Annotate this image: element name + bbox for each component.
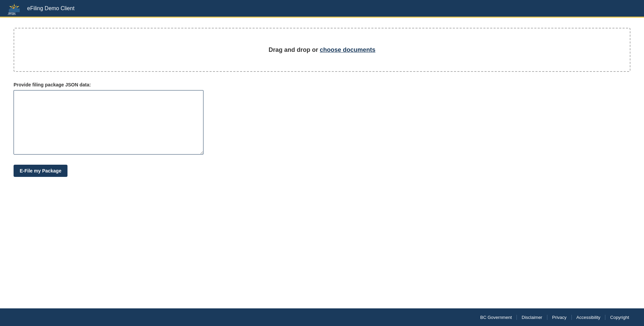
drop-zone-static-text: Drag and drop or [269,46,320,53]
footer-link-copyright[interactable]: Copyright [605,315,634,320]
app-title: eFiling Demo Client [27,5,75,12]
json-label: Provide filing package JSON data: [14,82,630,87]
footer-nav: BC Government Disclaimer Privacy Accessi… [475,315,634,320]
footer-link-accessibility[interactable]: Accessibility [572,315,606,320]
footer-link-bc-government[interactable]: BC Government [475,315,517,320]
json-section: Provide filing package JSON data: [14,82,630,155]
main-content: Drag and drop or choose documents Provid… [0,18,644,308]
choose-documents-link[interactable]: choose documents [320,46,375,53]
footer-link-privacy[interactable]: Privacy [547,315,572,320]
logo-container: BRITISH COLUMBIA [7,2,22,15]
site-header: BRITISH COLUMBIA eFiling Demo Client [0,0,644,18]
efile-button[interactable]: E-File my Package [14,165,67,177]
drop-zone[interactable]: Drag and drop or choose documents [14,28,630,72]
footer-link-disclaimer[interactable]: Disclaimer [517,315,547,320]
drop-zone-text: Drag and drop or choose documents [269,46,375,54]
json-textarea[interactable] [14,90,203,155]
svg-text:COLUMBIA: COLUMBIA [8,14,16,15]
bc-logo-icon: BRITISH COLUMBIA [7,2,22,15]
site-footer: BC Government Disclaimer Privacy Accessi… [0,308,644,326]
